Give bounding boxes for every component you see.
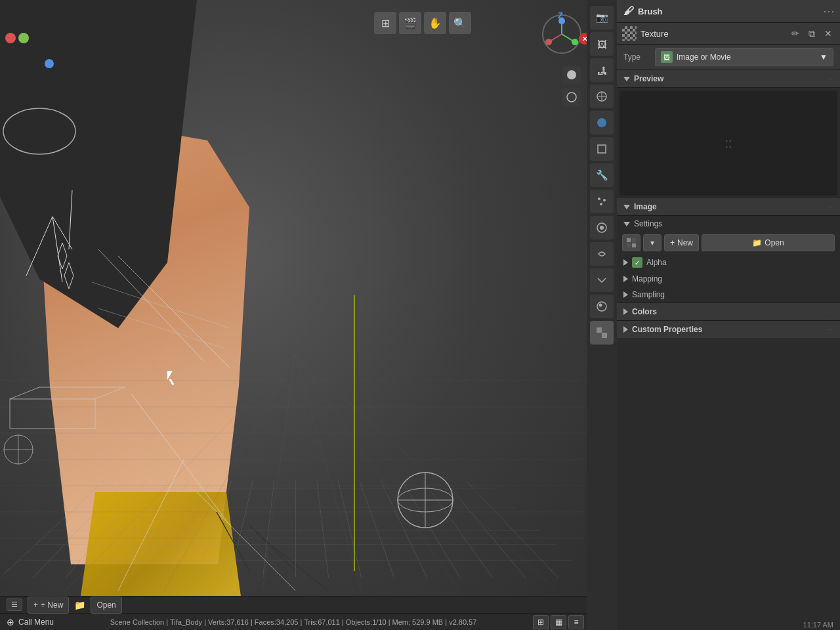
hand-tool-button[interactable]: ✋ [424,12,446,34]
type-dropdown[interactable]: 🖼 Image or Movie ▼ [655,48,833,66]
call-menu-icon: ⊕ [7,617,14,627]
type-value: Image or Movie [677,52,731,62]
svg-point-61 [599,304,602,307]
preview-section-header[interactable]: Preview ⋯ [617,70,840,88]
settings-collapse-icon [623,222,630,226]
svg-point-56 [603,199,606,201]
svg-point-47 [545,39,552,45]
nav-dot-green[interactable] [18,33,29,43]
image-sep-dots: ⋯ [828,204,833,210]
editor-type-btn[interactable]: ▦ [551,615,566,629]
sidebar-icon-particles[interactable] [590,190,614,213]
panel-options-icon[interactable]: ⋯ [823,4,833,18]
preferences-btn[interactable]: ≡ [568,615,584,629]
sidebar-icons-strip: 📷 🖼 🏞 🔧 [587,0,617,630]
svg-rect-69 [632,243,636,247]
colors-section-header[interactable]: Colors ⋯ [617,303,840,320]
nav-dot-red[interactable] [5,33,16,43]
sidebar-icon-modifier[interactable]: 🔧 [590,163,614,187]
open-image-btn[interactable]: 📁 Open [702,234,835,251]
sidebar-icon-object[interactable] [590,137,614,161]
alpha-checkbox[interactable]: ✓ [632,257,642,268]
image-browse-btn[interactable] [622,234,640,251]
viewport-grid [0,480,591,578]
checkerboard-icon [622,26,637,41]
custom-properties-label: Custom Properties [632,325,702,334]
shading-solid-btn[interactable] [562,66,581,84]
sidebar-icon-physics[interactable] [590,216,614,240]
drag-handle: :: [620,136,837,151]
sampling-row[interactable]: Sampling [617,287,840,303]
call-menu-area[interactable]: ⊕ Call Menu [7,617,54,627]
status-bar-container: ☰ + + New 📁 Open ⊕ Call Menu Scene Colle… [0,596,591,630]
open-file-button[interactable]: Open [91,597,121,614]
sidebar-icon-viewlayer[interactable]: 🏞 [590,58,614,82]
svg-point-60 [597,302,606,311]
add-image-btn[interactable]: + New [664,234,699,251]
svg-rect-67 [632,238,636,242]
texture-edit-btn[interactable]: ✏ [789,27,802,40]
preview-title: Preview [634,74,663,83]
sampling-expand-icon [623,291,628,298]
folder-icon-area[interactable]: 📁 [74,600,85,610]
svg-rect-54 [598,145,606,153]
texture-delete-btn[interactable]: ✕ [822,27,835,40]
axis-gizmo: Z [542,14,581,54]
sidebar-icon-world[interactable] [590,111,614,135]
time-display: 11:17 AM [803,621,833,629]
add-icon: + [670,238,675,247]
type-row: Type 🖼 Image or Movie ▼ [617,45,840,70]
svg-point-49 [567,93,576,102]
custom-props-sep-dots: ⋯ [828,327,833,333]
svg-line-25 [10,387,39,399]
sidebar-icon-material[interactable] [590,295,614,318]
svg-point-59 [600,226,604,230]
plus-icon: + [33,600,38,610]
colors-sep-dots: ⋯ [828,309,833,315]
mapping-row[interactable]: Mapping [617,271,840,287]
panel-scroll-area[interactable]: Texture ✏ ⧉ ✕ Type 🖼 Image or Movie ▼ Pr… [617,23,840,630]
alpha-expand-icon [623,259,628,266]
image-toolbar: ▾ + New 📁 Open [617,232,840,254]
svg-rect-66 [627,238,631,242]
panel-header: 🖌 Brush ⋯ [617,0,840,23]
texture-copy-btn[interactable]: ⧉ [806,27,818,41]
svg-point-53 [597,118,606,127]
image-dropdown-arrow[interactable]: ▾ [643,234,662,251]
custom-properties-section-header[interactable]: Custom Properties ⋯ [617,320,840,338]
scene-info-text: Scene Collection | Tifa_Body | Verts:37,… [110,618,477,626]
sidebar-icon-constraints[interactable] [590,242,614,266]
sidebar-icon-data[interactable] [590,268,614,292]
zoom-button[interactable]: 🔍 [449,12,471,34]
colors-label: Colors [632,307,657,316]
image-collapse-icon [623,205,630,209]
viewport: ⊞ 🎬 ✋ 🔍 Z ✕ [0,0,591,630]
properties-panel: 🖌 Brush ⋯ Texture ✏ ⧉ ✕ Type 🖼 Image or … [617,0,840,630]
sidebar-icon-texture[interactable] [590,321,614,345]
sidebar-icon-output[interactable]: 🖼 [590,32,614,56]
type-label: Type [623,52,650,62]
sidebar-icon-scene[interactable] [590,85,614,108]
preview-area: :: [620,91,837,196]
svg-point-48 [567,70,576,79]
image-section-header[interactable]: Image ⋯ [617,198,840,216]
timeline-icon-btn[interactable]: ⊞ [533,615,549,629]
mapping-expand-icon [623,276,628,282]
new-file-button[interactable]: + + New [28,597,69,614]
alpha-row[interactable]: ✓ Alpha [617,254,840,271]
svg-point-55 [598,198,600,200]
preview-sep-dots: ⋯ [828,76,833,82]
dropdown-arrow-icon: ▼ [820,52,828,62]
sidebar-icon-render[interactable]: 📷 [590,6,614,30]
svg-rect-63 [602,327,607,333]
svg-point-46 [572,39,578,45]
image-type-icon: 🖼 [661,51,673,63]
camera-view-button[interactable]: 🎬 [399,12,421,34]
shading-material-btn[interactable] [562,88,581,106]
scene-background: ⊞ 🎬 ✋ 🔍 Z ✕ [0,0,591,630]
settings-subsection[interactable]: Settings [617,216,840,232]
brush-icon: 🖌 [623,5,634,17]
view-menu-dropdown[interactable]: ☰ [7,598,22,611]
mapping-label: Mapping [632,274,662,284]
grid-view-button[interactable]: ⊞ [374,12,396,34]
